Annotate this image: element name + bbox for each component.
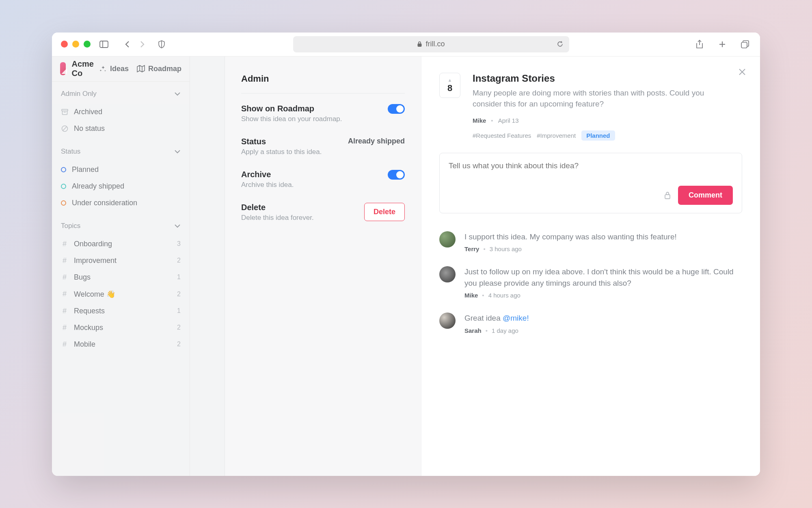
svg-rect-7 [62,109,68,111]
admin-status: Status Apply a status to this idea. Alre… [241,126,405,159]
hash-icon: # [61,256,68,265]
tag-improvement[interactable]: #Improvement [537,132,576,139]
idea-meta: Mike • April 13 [473,117,708,124]
comment-item: Just to follow up on my idea above. I do… [439,266,742,299]
comment-text: I support this idea. My company was also… [464,231,742,243]
idea-header: ▲ 8 Instagram Stories Many people are do… [439,73,742,141]
comments-list: I support this idea. My company was also… [439,231,742,334]
svg-rect-0 [100,41,108,48]
chevron-down-icon [174,150,181,154]
sidebar-toggle-icon[interactable] [98,38,110,50]
window-minimize[interactable] [72,41,79,48]
sidebar-item-no-status[interactable]: No status [61,120,181,137]
upvote-icon: ▲ [448,78,452,82]
comment-input[interactable] [449,161,733,183]
nav-ideas[interactable]: Ideas [99,65,129,73]
reload-icon[interactable] [557,41,564,48]
back-button[interactable] [121,38,134,50]
admin-archive: Archive Archive this idea. [241,159,405,192]
comment-text: Just to follow up on my idea above. I do… [464,266,742,289]
section-topics: Topics #Onboarding3 #Improvement2 #Bugs1… [52,214,190,355]
divider-column [190,56,225,476]
sparkle-icon [99,65,107,72]
toggle-show-roadmap[interactable] [388,104,405,114]
nav-roadmap[interactable]: Roadmap [137,65,181,73]
status-header[interactable]: Status [61,148,181,156]
comment-box: Comment [439,153,742,213]
admin-only-header[interactable]: Admin Only [61,90,181,98]
avatar [439,266,456,282]
comment-item: Great idea @mike! Sarah•1 day ago [439,313,742,334]
status-shipped[interactable]: Already shipped [61,178,181,195]
topic-welcome[interactable]: #Welcome 👋2 [61,286,181,303]
admin-show-roadmap: Show on Roadmap Show this idea on your r… [241,93,405,126]
idea-tags: #Requested Features #Improvement Planned [473,130,708,141]
chevron-down-icon [174,224,181,228]
svg-rect-6 [741,42,747,48]
hash-icon: # [61,273,68,282]
hash-icon: # [61,340,68,349]
idea-title: Instagram Stories [473,73,708,84]
idea-description: Many people are doing more with stories … [473,87,708,110]
admin-panel: Admin Show on Roadmap Show this idea on … [225,56,421,476]
topics-header[interactable]: Topics [61,222,181,230]
archive-icon [61,108,68,115]
topic-onboarding[interactable]: #Onboarding3 [61,236,181,252]
browser-window: frill.co Acme Co [52,33,760,476]
topic-requests[interactable]: #Requests1 [61,303,181,319]
topic-mockups[interactable]: #Mockups2 [61,319,181,336]
map-icon [137,65,145,72]
lock-icon[interactable] [664,191,671,199]
comment-item: I support this idea. My company was also… [439,231,742,253]
no-status-icon [61,125,68,132]
tabs-icon[interactable] [739,38,751,50]
hash-icon: # [61,307,68,315]
hash-icon: # [61,290,68,298]
mention[interactable]: @mike! [503,314,529,322]
url-text: frill.co [425,40,445,48]
lock-icon [417,41,422,47]
traffic-lights [61,41,91,48]
browser-chrome: frill.co [52,33,760,56]
idea-author: Mike [473,117,486,124]
vote-box[interactable]: ▲ 8 [439,73,460,98]
svg-rect-12 [665,195,670,199]
topic-bugs[interactable]: #Bugs1 [61,269,181,286]
delete-button[interactable]: Delete [364,203,405,221]
hash-icon: # [61,323,68,332]
tag-requested-features[interactable]: #Requested Features [473,132,531,139]
avatar [439,231,456,247]
comment-button[interactable]: Comment [678,186,733,205]
top-nav: Ideas Roadmap [99,65,181,73]
vote-count: 8 [447,84,452,93]
status-badge: Planned [581,130,615,141]
section-status: Status Planned Already shipped Under con… [52,139,190,214]
status-dot-icon [61,184,66,189]
toggle-archive[interactable] [388,170,405,180]
window-close[interactable] [61,41,68,48]
status-value[interactable]: Already shipped [348,137,405,145]
address-bar[interactable]: frill.co [293,36,569,52]
svg-rect-3 [418,43,422,47]
status-dot-icon [61,167,66,172]
status-planned[interactable]: Planned [61,161,181,178]
window-maximize[interactable] [84,41,91,48]
idea-detail-panel: ▲ 8 Instagram Stories Many people are do… [421,56,760,476]
comment-text: Great idea @mike! [464,313,742,324]
share-icon[interactable] [693,38,706,50]
topic-mobile[interactable]: #Mobile2 [61,336,181,353]
topic-improvement[interactable]: #Improvement2 [61,252,181,269]
shield-icon[interactable] [155,38,168,50]
status-under-consideration[interactable]: Under consideration [61,195,181,211]
admin-delete: Delete Delete this idea forever. Delete [241,192,405,225]
nav-buttons [121,38,148,50]
sidebar-item-archived[interactable]: Archived [61,104,181,120]
admin-title: Admin [241,74,405,93]
new-tab-icon[interactable] [716,38,728,50]
sidebar: Acme Co Ideas Roadmap Admin Only [52,56,190,476]
forward-button[interactable] [136,38,148,50]
brand-name: Acme Co [71,59,93,78]
hash-icon: # [61,240,68,248]
close-icon[interactable] [738,68,746,76]
idea-date: April 13 [498,117,519,124]
